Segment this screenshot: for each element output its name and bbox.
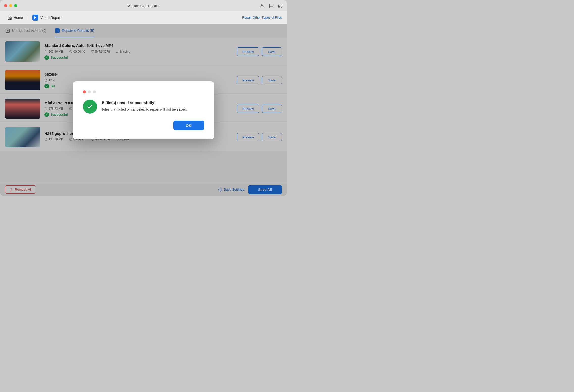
dialog-overlay: 5 file(s) saved successfully! Files that… (0, 24, 287, 196)
dialog-text: 5 file(s) saved successfully! Files that… (102, 100, 204, 112)
home-nav-item[interactable]: Home (5, 14, 26, 21)
success-dialog: 5 file(s) saved successfully! Files that… (73, 81, 214, 139)
checkmark-icon (86, 103, 93, 110)
success-icon (83, 100, 97, 114)
app-window: Wondershare Repairit Home (0, 0, 287, 196)
dialog-actions: OK (83, 121, 204, 130)
dialog-maximize-button[interactable] (93, 90, 96, 93)
maximize-button[interactable] (14, 4, 17, 7)
dialog-close-button[interactable] (83, 90, 86, 93)
main-content: Unrepaired Videos (0) L Repaired Results… (0, 24, 287, 196)
video-repair-label: Video Repair (40, 16, 61, 20)
video-repair-nav-item[interactable]: Video Repair (30, 13, 63, 22)
dialog-traffic-lights (83, 90, 204, 93)
headset-icon[interactable] (278, 3, 283, 8)
home-icon (8, 15, 12, 20)
window-title: Wondershare Repairit (128, 4, 159, 8)
svg-marker-1 (34, 16, 36, 19)
dialog-subtitle: Files that failed or canceled to repair … (102, 107, 204, 112)
dialog-title: 5 file(s) saved successfully! (102, 101, 204, 105)
nav-bar: Home Video Repair Repair Other Types of … (0, 11, 287, 24)
home-label: Home (14, 16, 23, 20)
title-bar: Wondershare Repairit (0, 0, 287, 11)
dialog-ok-button[interactable]: OK (173, 121, 204, 130)
chat-icon[interactable] (269, 3, 274, 8)
profile-icon[interactable] (260, 3, 265, 8)
dialog-minimize-button[interactable] (88, 90, 91, 93)
traffic-lights (4, 4, 17, 7)
nav-divider (28, 15, 28, 20)
repair-other-link[interactable]: Repair Other Types of Files (242, 16, 282, 19)
dialog-content: 5 file(s) saved successfully! Files that… (83, 100, 204, 114)
minimize-button[interactable] (9, 4, 12, 7)
video-repair-icon (32, 15, 38, 21)
close-button[interactable] (4, 4, 7, 7)
svg-point-0 (261, 4, 263, 6)
title-bar-icons (260, 3, 283, 8)
